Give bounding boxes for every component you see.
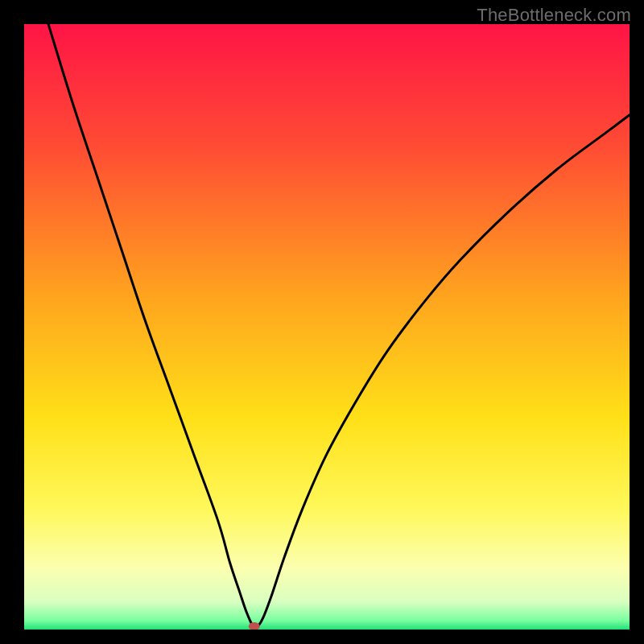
svg-rect-0 — [24, 24, 630, 630]
chart-frame — [24, 24, 630, 630]
chart-background-gradient — [24, 24, 630, 630]
watermark-text: TheBottleneck.com — [477, 5, 631, 26]
